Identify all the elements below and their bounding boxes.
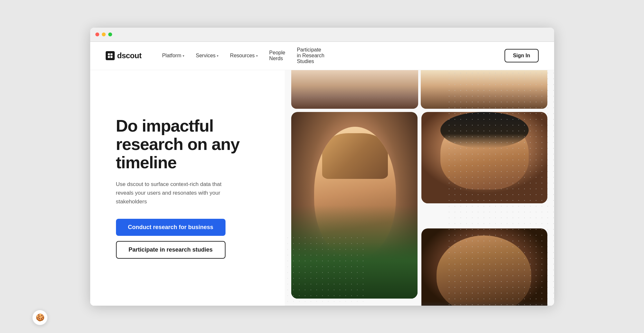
cookie-consent-button[interactable]: 🍪 — [32, 310, 48, 325]
chevron-down-icon-resources: ▾ — [256, 54, 258, 58]
photo-man-smiling — [421, 228, 548, 306]
chevron-down-icon-platform: ▾ — [183, 54, 184, 58]
svg-rect-0 — [108, 53, 110, 55]
close-button-dot[interactable] — [95, 32, 99, 36]
top-photo-strip — [285, 70, 554, 109]
strip-photo-1 — [291, 70, 418, 109]
nav-label-people-nerds: People Nerds — [269, 50, 285, 61]
logo-svg — [107, 53, 113, 59]
photo-collage — [285, 106, 554, 306]
strip-photo-2 — [421, 70, 548, 109]
nav-label-platform: Platform — [162, 53, 181, 59]
hero-section: Do impactful research on any timeline Us… — [90, 70, 554, 306]
svg-rect-1 — [110, 53, 112, 55]
photo-woman-blonde — [291, 112, 418, 299]
nav-item-services[interactable]: Services ▾ — [191, 50, 224, 61]
page-content: dscout Platform ▾ Services ▾ Resources ▾… — [90, 42, 554, 306]
sign-in-button[interactable]: Sign In — [505, 49, 538, 62]
hero-subtitle: Use dscout to surface context-rich data … — [116, 180, 238, 206]
logo-link[interactable]: dscout — [106, 51, 142, 60]
hero-photo-grid — [285, 70, 554, 306]
nav-item-resources[interactable]: Resources ▾ — [225, 50, 263, 61]
browser-window: dscout Platform ▾ Services ▾ Resources ▾… — [90, 28, 554, 306]
chevron-down-icon-services: ▾ — [217, 54, 218, 58]
logo-text: dscout — [117, 51, 142, 60]
logo-icon — [106, 51, 115, 60]
navbar: dscout Platform ▾ Services ▾ Resources ▾… — [90, 42, 554, 70]
nav-label-services: Services — [196, 53, 216, 59]
browser-chrome — [90, 28, 554, 42]
svg-rect-3 — [110, 56, 112, 58]
nav-item-platform[interactable]: Platform ▾ — [157, 50, 189, 61]
cookie-icon: 🍪 — [36, 313, 44, 322]
participate-research-button[interactable]: Participate in research studies — [116, 241, 226, 259]
hero-content: Do impactful research on any timeline Us… — [90, 70, 285, 306]
nav-label-resources: Resources — [230, 53, 255, 59]
nav-label-participate: Participate in Research Studies — [297, 47, 325, 64]
nav-item-people-nerds[interactable]: People Nerds — [264, 47, 291, 64]
photo-woman-dark-hair — [421, 112, 548, 203]
hero-title: Do impactful research on any timeline — [116, 117, 270, 172]
minimize-button-dot[interactable] — [102, 32, 106, 36]
conduct-research-button[interactable]: Conduct research for business — [116, 219, 226, 236]
nav-links: Platform ▾ Services ▾ Resources ▾ People… — [157, 44, 331, 67]
svg-rect-2 — [108, 56, 110, 58]
nav-item-participate[interactable]: Participate in Research Studies — [292, 44, 331, 67]
maximize-button-dot[interactable] — [108, 32, 112, 36]
